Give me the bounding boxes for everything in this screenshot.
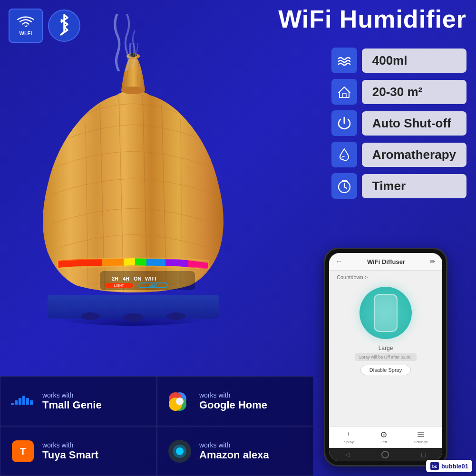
svg-text:LIGHT: LIGHT [114, 284, 124, 287]
svg-point-7 [166, 312, 185, 320]
phone-spray-indicator [374, 294, 398, 332]
svg-text:T: T [20, 446, 26, 457]
svg-text:ON: ON [134, 276, 142, 282]
svg-rect-40 [418, 436, 424, 437]
home-icon [337, 84, 352, 99]
svg-rect-25 [30, 400, 33, 405]
phone-app-title: WiFi Diffuser [342, 258, 430, 265]
phone-spray-btn[interactable]: Spray [344, 430, 354, 444]
drop-icon [337, 147, 352, 162]
svg-rect-1 [342, 94, 346, 97]
tmall-works-with: works with [42, 391, 102, 399]
phone-led-btn[interactable]: Led [379, 430, 388, 444]
coverage-label: 20-30 m² [372, 85, 423, 99]
feature-capacity: 400ml [331, 48, 466, 73]
aromatherapy-label: Aromatherapy [372, 147, 456, 162]
phone-header: ← WiFi Diffuser ✏ [329, 253, 442, 271]
humidifier-image: 2H 4H ON WIFI LIGHT MIST [0, 24, 266, 357]
phone-screen: ← WiFi Diffuser ✏ Countdown > Large Spra… [329, 253, 442, 461]
svg-point-6 [123, 313, 144, 322]
google-text: works with Google Home [199, 391, 267, 411]
svg-point-8 [121, 87, 145, 94]
capacity-icon-box [331, 48, 357, 73]
svg-text:2H: 2H [112, 276, 118, 282]
alexa-icon [167, 438, 193, 464]
svg-rect-20 [11, 403, 14, 405]
svg-text:bc: bc [432, 464, 437, 469]
phone-area: ← WiFi Diffuser ✏ Countdown > Large Spra… [286, 248, 476, 476]
svg-text:MIST: MIST [149, 284, 157, 287]
phone-home-btn[interactable] [381, 451, 389, 458]
phone-spray-circle [359, 287, 412, 339]
aromatherapy-icon-box [331, 142, 357, 167]
capacity-label-box: 400ml [362, 49, 466, 73]
timer-label-box: Timer [362, 174, 466, 198]
svg-point-37 [383, 434, 385, 436]
google-brand: Google Home [199, 399, 267, 411]
tmall-text: works with Tmall Genie [42, 391, 102, 411]
feature-timer: Timer [331, 173, 466, 199]
svg-point-30 [176, 398, 184, 405]
phone-nav-bar: ◁ ▢ [329, 448, 442, 461]
phone-countdown-label: Countdown > [333, 274, 368, 280]
tuya-works-with: works with [42, 441, 98, 449]
shutoff-label: Auto Shut-off [372, 116, 451, 130]
tuya-text: works with Tuya Smart [42, 441, 98, 461]
page-title: WiFi Humidifier [278, 5, 466, 33]
phone-disable-btn[interactable]: Disable Spray [360, 365, 411, 375]
phone-size-label: Large [379, 345, 393, 351]
steam-effect [105, 14, 143, 73]
timer-label: Timer [372, 179, 406, 193]
features-list: 400ml 20-30 m² Auto Shut-off [331, 48, 466, 199]
alexa-works-with: works with [199, 441, 269, 449]
alexa-text: works with Amazon alexa [199, 441, 269, 461]
svg-rect-38 [418, 432, 424, 433]
aromatherapy-label-box: Aromatherapy [362, 143, 466, 167]
watermark: bc bubble01 [426, 460, 472, 472]
feature-coverage: 20-30 m² [331, 79, 466, 105]
tuya-brand: Tuya Smart [42, 449, 98, 461]
humidifier-svg: 2H 4H ON WIFI LIGHT MIST [19, 43, 247, 338]
svg-text:WIFI: WIFI [145, 276, 156, 282]
power-icon [337, 116, 352, 131]
timer-icon-box [331, 173, 357, 199]
svg-rect-23 [22, 396, 25, 405]
shutoff-label-box: Auto Shut-off [362, 111, 466, 136]
compat-tuya: T works with Tuya Smart [0, 426, 157, 476]
compat-tmall: works with Tmall Genie [0, 376, 157, 426]
tmall-icon [10, 389, 36, 414]
svg-rect-22 [19, 398, 21, 405]
svg-point-5 [81, 312, 100, 320]
shutoff-icon-box [331, 110, 357, 136]
coverage-label-box: 20-30 m² [362, 80, 466, 104]
feature-aromatherapy: Aromatherapy [331, 142, 466, 167]
capacity-label: 400ml [372, 53, 408, 68]
phone-footer: Spray Led Settings [329, 426, 442, 448]
google-works-with: works with [199, 391, 267, 399]
watermark-box: bc bubble01 [426, 460, 472, 472]
svg-rect-21 [15, 400, 18, 405]
watermark-text: bubble01 [441, 463, 468, 470]
alexa-brand: Amazon alexa [199, 449, 269, 461]
compatibility-section: works with Tmall Genie works with Google… [0, 376, 314, 476]
phone-body: Countdown > Large Spray will be Off afte… [329, 271, 442, 426]
tmall-brand: Tmall Genie [42, 399, 102, 411]
svg-rect-24 [26, 398, 29, 405]
feature-shutoff: Auto Shut-off [331, 110, 466, 136]
phone-settings-btn[interactable]: Settings [414, 430, 427, 444]
water-waves-icon [337, 53, 352, 68]
svg-text:4H: 4H [123, 276, 129, 282]
phone-countdown-msg: Spray will be Off after 02:00. [355, 353, 416, 361]
tuya-icon: T [10, 438, 36, 464]
svg-rect-39 [418, 434, 424, 435]
svg-point-35 [176, 447, 184, 455]
coverage-icon-box [331, 79, 357, 105]
phone-mockup: ← WiFi Diffuser ✏ Countdown > Large Spra… [324, 248, 447, 466]
watermark-logo: bc [430, 461, 439, 471]
clock-icon [337, 178, 352, 194]
google-icon [167, 389, 193, 414]
